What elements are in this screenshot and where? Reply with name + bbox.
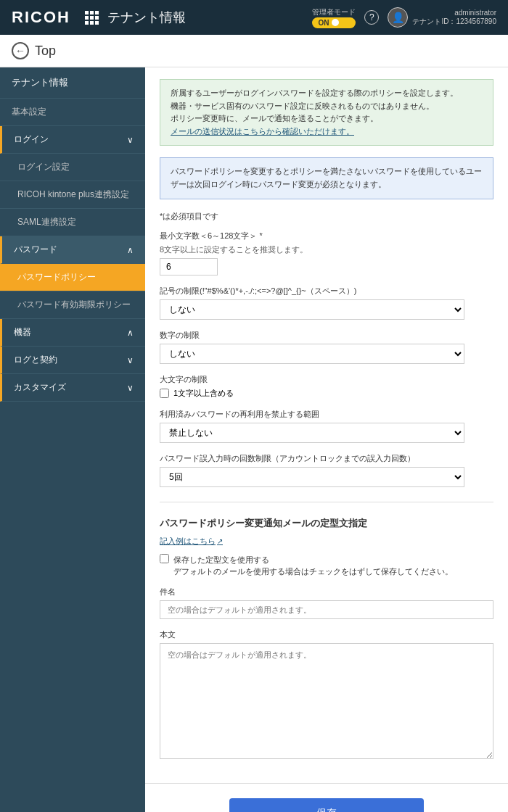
sidebar-item-label: カスタマイズ [14, 381, 66, 394]
body-section: 本文 [160, 629, 493, 761]
user-name: administrator [412, 9, 496, 17]
page-title-header: テナント情報 [107, 9, 312, 26]
breadcrumb-text: Top [35, 44, 56, 59]
sidebar-item-label: RICOH kintone plus連携設定 [17, 189, 129, 199]
uppercase-checkbox[interactable] [160, 389, 169, 398]
sidebar-item-device-group[interactable]: 機器 ∧ [0, 319, 145, 347]
password-reuse-section: 利用済みパスワードの再利用を禁止する範囲 禁止しない 1回前まで 5回前まで [160, 409, 493, 443]
help-icon[interactable]: ? [364, 10, 379, 25]
min-length-label: 最小文字数＜6～128文字＞ * [160, 231, 493, 241]
min-length-input[interactable] [160, 258, 218, 276]
symbol-limit-section: 記号の制限(!"#$%&'()*+,-./:;<=>?@[]^_{}~（スペース… [160, 286, 493, 320]
template-checkbox[interactable] [160, 554, 169, 563]
min-length-recommend: 8文字以上に設定することを推奨します。 [160, 244, 493, 255]
admin-toggle[interactable]: ON [312, 17, 356, 28]
template-checkbox-desc: 保存した定型文を使用する デフォルトのメールを使用する場合はチェックをはずして保… [173, 554, 453, 578]
notice-box: パスワードポリシーを変更するとポリシーを満たさないパスワードを使用しているユーザ… [160, 157, 493, 199]
logo: RICOH [12, 8, 70, 27]
chevron-down-icon: ∨ [127, 355, 134, 365]
sidebar-item-password-group[interactable]: パスワード ∧ [0, 236, 145, 264]
number-limit-select[interactable]: しない する [160, 344, 464, 364]
sidebar-section-title: テナント情報 [0, 67, 145, 99]
external-link-icon: ↗ [217, 537, 223, 545]
info-text-1: 所属するユーザーがログインパスワードを設定する際のポリシーを設定します。 [171, 87, 483, 100]
header-right: 管理者モード ON ? 👤 administrator テナントID：12345… [312, 7, 496, 28]
notice-text: パスワードポリシーを変更するとポリシーを満たさないパスワードを使用しているユーザ… [171, 167, 482, 188]
subject-input[interactable] [160, 600, 493, 619]
sidebar-item-label: パスワードポリシー [17, 272, 96, 282]
main-container: テナント情報 基本設定 ログイン ∨ ログイン設定 RICOH kintone … [0, 67, 508, 812]
template-checkbox-row: 保存した定型文を使用する デフォルトのメールを使用する場合はチェックをはずして保… [160, 554, 493, 578]
chevron-up-icon: ∧ [127, 328, 134, 338]
sidebar-item-kintone[interactable]: RICOH kintone plus連携設定 [0, 181, 145, 209]
sidebar-item-label: ログイン設定 [17, 162, 70, 172]
sidebar-item-login-group[interactable]: ログイン ∨ [0, 126, 145, 154]
header: RICOH テナント情報 管理者モード ON ? 👤 administrator… [0, 0, 508, 35]
sidebar-item-customize-group[interactable]: カスタマイズ ∨ [0, 374, 145, 402]
template-section-title: パスワードポリシー変更通知メールの定型文指定 [160, 517, 493, 530]
uppercase-checkbox-label: 1文字以上含める [173, 388, 234, 399]
password-reuse-label: 利用済みパスワードの再利用を禁止する範囲 [160, 409, 493, 420]
toggle-circle [332, 19, 339, 26]
symbol-limit-select[interactable]: しない する [160, 299, 464, 320]
sidebar-item-password-expiry[interactable]: パスワード有効期限ポリシー [0, 291, 145, 319]
uppercase-checkbox-row: 1文字以上含める [160, 388, 493, 399]
password-reuse-select[interactable]: 禁止しない 1回前まで 5回前まで [160, 423, 464, 443]
sidebar-item-label: 機器 [14, 326, 31, 339]
sidebar-item-label: ログと契約 [14, 354, 57, 366]
subject-label: 件名 [160, 587, 493, 597]
body-textarea[interactable] [160, 643, 493, 759]
user-info: administrator テナントID：1234567890 [412, 9, 496, 27]
sidebar: テナント情報 基本設定 ログイン ∨ ログイン設定 RICOH kintone … [0, 67, 145, 812]
symbol-limit-label: 記号の制限(!"#$%&'()*+,-./:;<=>?@[]^_{}~（スペース… [160, 286, 493, 297]
content-area: 所属するユーザーがログインパスワードを設定する際のポリシーを設定します。 機器・… [145, 67, 508, 812]
breadcrumb: ← Top [0, 35, 508, 67]
sidebar-item-label: 基本設定 [12, 106, 46, 118]
info-text-3: ポリシー変更時に、メールで通知を送ることができます。 [171, 112, 483, 125]
number-limit-label: 数字の制限 [160, 330, 493, 341]
sidebar-item-label: パスワード [14, 244, 57, 256]
avatar: 👤 [388, 7, 408, 28]
sidebar-item-login-settings[interactable]: ログイン設定 [0, 154, 145, 181]
toggle-label: ON [318, 19, 329, 27]
template-link-text: 記入例はこちら [160, 536, 216, 547]
uppercase-label: 大文字の制限 [160, 374, 493, 385]
sidebar-item-basic[interactable]: 基本設定 [0, 99, 145, 126]
save-button[interactable]: 保存 [229, 798, 424, 812]
section-divider [160, 502, 493, 502]
required-note: *は必須項目です [160, 211, 493, 222]
sidebar-item-label: SAML連携設定 [17, 217, 76, 227]
save-section: 保存 同時にパスワードポリシー変更通知メールを一括送信する [145, 783, 508, 812]
info-text-2: 機器・サービス固有のパスワード設定に反映されるものではありません。 [171, 100, 483, 113]
sidebar-item-log-group[interactable]: ログと契約 ∨ [0, 347, 145, 374]
template-checkbox-subdesc: デフォルトのメールを使用する場合はチェックをはずして保存してください。 [173, 566, 453, 578]
chevron-down-icon: ∨ [127, 135, 134, 145]
body-label: 本文 [160, 629, 493, 640]
min-length-section: 最小文字数＜6～128文字＞ * 8文字以上に設定することを推奨します。 [160, 231, 493, 276]
sidebar-item-password-policy[interactable]: パスワードポリシー [0, 264, 145, 291]
template-link[interactable]: 記入例はこちら ↗ [160, 536, 223, 547]
chevron-down-icon: ∨ [127, 383, 134, 393]
sidebar-item-saml[interactable]: SAML連携設定 [0, 209, 145, 236]
lockout-label: パスワード誤入力時の回数制限（アカウントロックまでの誤入力回数） [160, 453, 493, 464]
sidebar-item-label: パスワード有効期限ポリシー [17, 299, 131, 310]
number-limit-section: 数字の制限 しない する [160, 330, 493, 364]
sidebar-item-label: ログイン [14, 133, 49, 146]
back-button[interactable]: ← [12, 42, 29, 59]
lockout-section: パスワード誤入力時の回数制限（アカウントロックまでの誤入力回数） 5回 3回 1… [160, 453, 493, 487]
uppercase-section: 大文字の制限 1文字以上含める [160, 374, 493, 399]
info-link[interactable]: メールの送信状況はこちらから確認いただけます。 [171, 127, 354, 136]
grid-icon[interactable] [85, 11, 99, 25]
lockout-select[interactable]: 5回 3回 10回 [160, 467, 464, 487]
admin-mode-label: 管理者モード [312, 7, 356, 17]
subject-section: 件名 [160, 587, 493, 619]
info-box: 所属するユーザーがログインパスワードを設定する際のポリシーを設定します。 機器・… [160, 79, 493, 146]
template-checkbox-label: 保存した定型文を使用する [173, 554, 453, 566]
chevron-down-icon: ∧ [127, 245, 134, 255]
tenant-id: テナントID：1234567890 [412, 17, 496, 27]
